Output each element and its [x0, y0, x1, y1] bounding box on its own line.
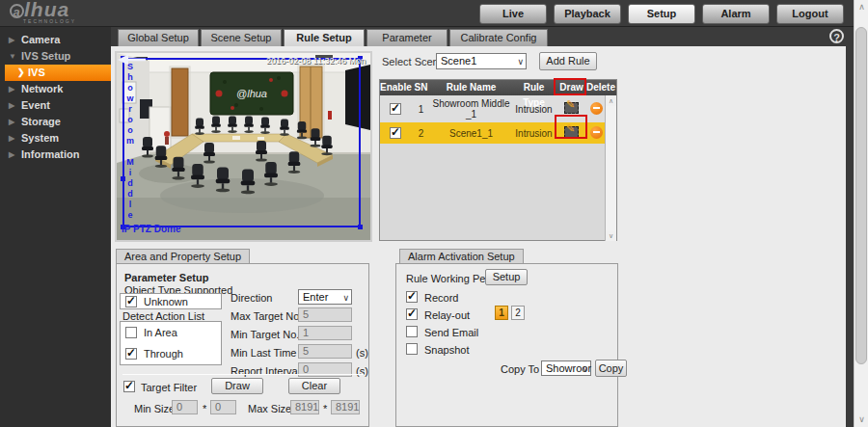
relay-2-button[interactable]: 2 [511, 306, 525, 320]
sidebar-item-event[interactable]: ▶ Event [0, 97, 111, 114]
sidebar-item-network[interactable]: ▶ Network [0, 81, 111, 97]
chevron-down-icon: ∨ [517, 55, 524, 69]
top-bar: alhua TECHNOLOGY Live Playback Setup Ala… [0, 0, 868, 27]
size-separator: * [203, 403, 206, 414]
tab-scene-setup[interactable]: Scene Setup [201, 29, 282, 46]
copy-button[interactable]: Copy [595, 360, 627, 377]
scene-select-dropdown[interactable]: Scene1 ∨ [436, 53, 527, 69]
alarm-panel: Rule Working Period Setup ✓ Record ✓ Rel… [395, 263, 618, 427]
camera-preview[interactable]: @lhua [115, 51, 372, 242]
max-target-label: Max Target No. [231, 310, 302, 322]
setup-button[interactable]: Setup [628, 4, 695, 24]
sidebar-item-system[interactable]: ▶ System [0, 130, 111, 147]
chevron-down-icon: ∨ [342, 291, 349, 305]
alarm-button[interactable]: Alarm [702, 4, 770, 24]
rule-name: Scene1_1 [431, 128, 511, 139]
direction-dropdown[interactable]: Enter ∨ [298, 289, 352, 305]
divider [122, 374, 364, 375]
chevron-right-icon: ▶ [9, 130, 14, 147]
alarm-panel-title: Alarm Activation Setup [399, 249, 524, 264]
table-scrollbar[interactable]: ∧ ∨ [605, 95, 616, 241]
tab-calibrate-config[interactable]: Calibrate Config [449, 29, 548, 46]
delete-icon[interactable] [590, 102, 603, 115]
chevron-right-icon: ▶ [9, 147, 14, 163]
min-target-label: Min Target No. [231, 329, 299, 340]
setup-period-button[interactable]: Setup [485, 269, 528, 285]
add-rule-button[interactable]: Add Rule [539, 52, 597, 70]
video-timestamp: 2016-02-08 11:32:46 Mon [266, 56, 366, 66]
record-checkbox[interactable]: ✓ [406, 291, 418, 303]
rule-enable-checkbox[interactable]: ✓ [390, 127, 401, 139]
max-target-input[interactable]: 5 [298, 307, 352, 322]
size-separator: * [323, 403, 327, 414]
relay-1-button[interactable]: 1 [495, 306, 508, 320]
max-size-label: Max Size [248, 403, 291, 414]
chevron-right-icon: ▶ [9, 32, 14, 48]
chevron-right-icon: ▶ [9, 97, 14, 114]
target-filter-label: Target Filter [141, 382, 197, 393]
send-email-checkbox[interactable]: ✓ [406, 326, 418, 337]
min-target-input[interactable]: 1 [298, 326, 352, 340]
red-highlight-box-draw-header [554, 78, 586, 95]
sidebar-item-ivs-setup[interactable]: ▼ IVS Setup [0, 48, 111, 65]
copy-to-label: Copy To [501, 363, 539, 375]
direction-label: Direction [231, 292, 272, 304]
page-scrollbar[interactable]: ∧ ∨ [854, 0, 868, 427]
clear-button[interactable]: Clear [288, 378, 340, 394]
dahua-logo-icon: alhua TECHNOLOGY [10, 0, 76, 24]
parameter-setup-label: Parameter Setup [124, 272, 208, 283]
unknown-checkbox[interactable]: ✓ [125, 296, 137, 307]
sidebar-item-information[interactable]: ▶ Information [0, 147, 111, 163]
chevron-right-icon: ❯ [17, 65, 25, 81]
through-checkbox[interactable]: ✓ [125, 348, 137, 360]
intrusion-zone-overlay[interactable] [122, 58, 361, 227]
max-size-height-input[interactable]: 8191 [331, 400, 360, 414]
seconds-unit-label: (s) [356, 365, 368, 377]
app-window: alhua TECHNOLOGY Live Playback Setup Ala… [0, 0, 868, 427]
red-highlight-box-draw-icon [555, 115, 587, 139]
chevron-down-icon: ∨ [582, 362, 588, 376]
min-size-height-input[interactable]: 0 [210, 400, 236, 414]
scroll-up-icon[interactable]: ∧ [606, 95, 616, 106]
tab-rule-setup[interactable]: Rule Setup [284, 29, 365, 46]
copy-to-dropdown[interactable]: Showroor ∨ [541, 360, 591, 376]
snapshot-checkbox[interactable]: ✓ [406, 343, 418, 355]
scroll-down-icon[interactable]: ∨ [606, 230, 616, 241]
sidebar-item-storage[interactable]: ▶ Storage [0, 114, 111, 130]
draw-icon[interactable]: ✎ [564, 102, 579, 114]
rule-name-overlay: Showroom Middle [125, 62, 135, 227]
min-last-time-input[interactable]: 5 [298, 344, 352, 359]
draw-button[interactable]: Draw [211, 378, 263, 394]
live-button[interactable]: Live [479, 4, 547, 24]
sidebar: ▶ Camera ▼ IVS Setup ❯ IVS ▶ Network ▶ E… [0, 27, 111, 427]
scroll-down-icon[interactable]: ∨ [854, 413, 868, 427]
relay-out-checkbox[interactable]: ✓ [406, 308, 418, 320]
detect-action-list: ✓ In Area ✓ Through [120, 321, 222, 365]
rule-enable-checkbox[interactable]: ✓ [390, 103, 401, 115]
content-right-frame [846, 27, 854, 427]
min-size-label: Min Size [134, 403, 175, 414]
max-size-width-input[interactable]: 8191 [290, 400, 319, 414]
logout-button[interactable]: Logout [776, 4, 844, 24]
target-filter-checkbox[interactable]: ✓ [123, 381, 135, 392]
tab-strip: Global Setup Scene Setup Rule Setup Para… [111, 27, 854, 46]
tab-global-setup[interactable]: Global Setup [118, 29, 199, 46]
scroll-up-icon[interactable]: ∧ [854, 0, 868, 14]
in-area-checkbox[interactable]: ✓ [125, 327, 137, 338]
chevron-right-icon: ▶ [9, 81, 14, 97]
min-size-width-input[interactable]: 0 [172, 400, 198, 414]
chevron-down-icon: ▼ [9, 48, 16, 65]
scrollbar-thumb[interactable] [855, 27, 867, 364]
sidebar-item-camera[interactable]: ▶ Camera [0, 32, 111, 48]
rule-name: Showroom Middle_1 [431, 98, 511, 120]
delete-icon[interactable] [590, 126, 603, 139]
object-type-list: ✓ Unknown [120, 293, 222, 309]
help-icon[interactable]: ? [829, 29, 844, 43]
report-interval-label: Report Interval [231, 365, 300, 377]
sidebar-item-ivs[interactable]: ❯ IVS [5, 65, 111, 81]
camera-name-overlay: IP PTZ Dome [122, 224, 181, 234]
tab-parameter[interactable]: Parameter [366, 29, 448, 46]
logo-subtitle: TECHNOLOGY [23, 18, 76, 24]
seconds-unit-label: (s) [356, 347, 368, 359]
playback-button[interactable]: Playback [554, 4, 621, 24]
